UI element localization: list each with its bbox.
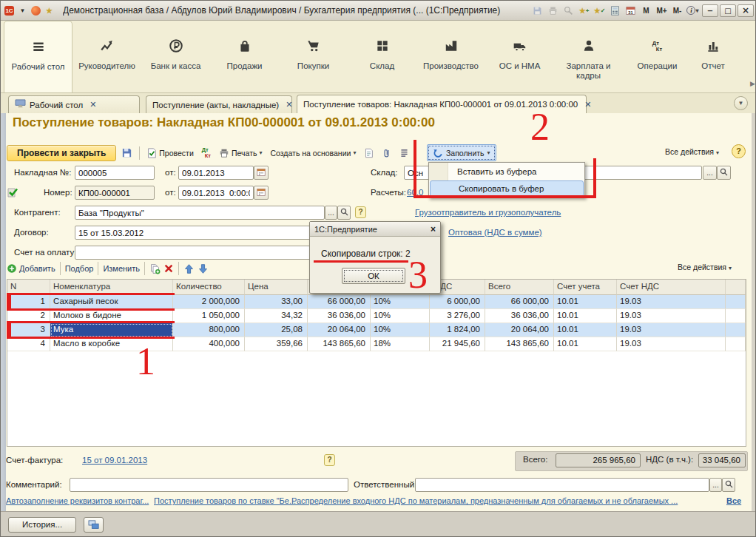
calc-m-minus-button[interactable]: M- — [670, 4, 684, 17]
cell-vat[interactable]: 21 945,60 — [430, 337, 485, 351]
post-button[interactable]: Провести — [144, 146, 196, 160]
cell-nomenclature[interactable]: Сахарный песок — [50, 295, 173, 309]
invoice-received-link[interactable]: 15 от 09.01.2013 — [82, 456, 147, 465]
ribbon-section-reports[interactable]: Отчет — [692, 21, 735, 92]
tab-receipt-document[interactable]: Поступление товаров: Накладная КП00-0000… — [297, 95, 587, 113]
cell-account[interactable]: 10.01 — [554, 295, 617, 309]
cell-sum[interactable]: 143 865,60 — [308, 337, 371, 351]
warehouse-select-button[interactable]: ... — [703, 166, 717, 180]
move-up-button[interactable] — [183, 263, 195, 274]
calendar-picker-button[interactable] — [254, 186, 269, 200]
footer-link-all[interactable]: Все — [726, 496, 741, 505]
cell-n[interactable]: 4 — [7, 337, 50, 351]
performance-indicator-button[interactable] — [84, 517, 104, 533]
comment-input[interactable] — [70, 478, 348, 492]
move-down-button[interactable] — [198, 263, 209, 274]
cell-account[interactable]: 10.01 — [554, 337, 617, 351]
menu-item-copy-to-clipboard[interactable]: Скопировать в буфер — [430, 180, 584, 197]
favorites-star-icon[interactable]: ★ — [42, 4, 56, 17]
maximize-button[interactable]: □ — [720, 4, 736, 17]
close-button[interactable]: × — [738, 4, 754, 17]
cell-total[interactable]: 36 036,00 — [485, 309, 554, 323]
cell-total[interactable]: 20 064,00 — [485, 323, 554, 337]
invoice-date-input[interactable] — [178, 166, 254, 180]
cell-quantity[interactable]: 800,000 — [173, 323, 245, 337]
cell-n[interactable]: 1 — [7, 295, 50, 309]
add-row-button[interactable]: Добавить — [7, 263, 55, 274]
price-type-link[interactable]: Оптовая (НДС в сумме) — [448, 228, 542, 237]
table-row[interactable]: 2 Молоко в бидоне 1 050,000 34,32 36 036… — [7, 309, 746, 323]
col-header-quantity[interactable]: Количество — [173, 280, 245, 295]
cell-price[interactable]: 34,32 — [245, 309, 308, 323]
cell-quantity[interactable]: 1 050,000 — [173, 309, 245, 323]
cell-vat[interactable]: 6 000,00 — [430, 295, 485, 309]
counterparty-select-button[interactable]: ... — [325, 206, 337, 220]
counterparty-help-icon[interactable]: ? — [355, 206, 366, 218]
print-button[interactable]: Печать▾ — [216, 146, 265, 160]
cell-vat-account[interactable]: 19.03 — [617, 295, 726, 309]
cell-vat-rate[interactable]: 10% — [371, 309, 430, 323]
dialog-close-icon[interactable]: × — [431, 224, 436, 234]
footer-link-autofill[interactable]: Автозаполнение реквизитов контраг... — [6, 496, 149, 505]
tab-desktop[interactable]: Рабочий стол ✕ — [8, 95, 140, 113]
list-icon[interactable] — [396, 146, 412, 160]
footer-link-receipt-rate[interactable]: Поступление товаров по ставке "Бе... — [154, 496, 296, 505]
paperclip-icon[interactable] — [379, 146, 394, 160]
table-row-current[interactable]: 3 Мука 800,000 25,08 20 064,00 10% 1 824… — [7, 323, 746, 337]
cell-quantity[interactable]: 400,000 — [173, 337, 245, 351]
table-row[interactable]: 4 Масло в коробке 400,000 359,66 143 865… — [7, 337, 746, 351]
col-header-total[interactable]: Всего — [485, 280, 554, 295]
tab-close-icon[interactable]: ✕ — [584, 100, 591, 109]
menu-item-paste-from-clipboard[interactable]: Вставить из буфера — [429, 163, 584, 180]
ribbon-section-manager[interactable]: Руководителю — [72, 21, 141, 92]
calculator-icon[interactable] — [608, 4, 622, 17]
fill-button[interactable]: Заполнить▾ — [427, 144, 496, 161]
tab-receipts-list[interactable]: Поступление (акты, накладные) ✕ — [146, 95, 292, 113]
counterparty-input[interactable] — [75, 206, 325, 220]
cell-vat[interactable]: 3 276,00 — [430, 309, 485, 323]
cell-vat-account[interactable]: 19.03 — [617, 323, 726, 337]
pick-button[interactable]: Подбор — [65, 264, 94, 273]
ribbon-section-purchases[interactable]: Покупки — [279, 21, 348, 92]
settlements-accounts-link[interactable]: 60.0 — [407, 188, 423, 197]
tab-list-dropdown-icon[interactable]: ▼ — [734, 96, 748, 110]
table-row[interactable]: 1 Сахарный песок 2 000,000 33,00 66 000,… — [7, 295, 746, 309]
history-button[interactable]: История... — [8, 517, 76, 533]
cell-nomenclature[interactable]: Масло в коробке — [50, 337, 173, 351]
all-actions-button[interactable]: Все действия ▾ — [665, 147, 719, 156]
dialog-title-bar[interactable]: 1С:Предприятие × — [310, 222, 440, 237]
ribbon-section-payroll[interactable]: Зарплата и кадры — [554, 21, 623, 92]
ribbon-section-operations[interactable]: ДтКт Операции — [623, 21, 692, 92]
calendar-icon[interactable]: 31 — [624, 4, 638, 17]
col-header-price[interactable]: Цена — [245, 280, 308, 295]
cell-nomenclature-current[interactable]: Мука — [50, 323, 173, 337]
cell-sum[interactable]: 36 036,00 — [308, 309, 371, 323]
cell-total[interactable]: 66 000,00 — [485, 295, 554, 309]
cell-vat-rate[interactable]: 18% — [371, 337, 430, 351]
dt-kt-button[interactable]: ДтКт — [199, 146, 214, 161]
responsible-input[interactable] — [415, 478, 709, 492]
copy-row-button[interactable] — [149, 263, 161, 274]
document-datetime-input[interactable] — [178, 186, 254, 200]
cell-vat[interactable]: 1 824,00 — [430, 323, 485, 337]
ribbon-section-production[interactable]: Производство — [416, 21, 485, 92]
help-button[interactable]: ? — [732, 144, 746, 158]
create-from-button[interactable]: Создать на основании▾ — [267, 147, 359, 159]
invoice-number-input[interactable] — [75, 166, 155, 180]
warehouse-search-button[interactable] — [717, 166, 731, 180]
col-header-account[interactable]: Счет учета — [554, 280, 617, 295]
consignor-consignee-link[interactable]: Грузоотправитель и грузополучатель — [415, 208, 561, 217]
cell-n[interactable]: 2 — [7, 309, 50, 323]
tab-close-icon[interactable]: ✕ — [90, 100, 96, 109]
main-menu-arrow-icon[interactable]: ▼ — [16, 4, 30, 17]
responsible-search-button[interactable] — [722, 478, 735, 492]
cell-vat-account[interactable]: 19.03 — [617, 309, 726, 323]
calendar-picker-button[interactable] — [254, 166, 269, 180]
ribbon-scroll-right-icon[interactable]: ▶ — [750, 80, 755, 87]
grid-all-actions-button[interactable]: Все действия ▾ — [678, 263, 732, 271]
cell-total[interactable]: 143 865,60 — [485, 337, 554, 351]
cell-sum[interactable]: 66 000,00 — [308, 295, 371, 309]
col-header-nomenclature[interactable]: Номенклатура — [50, 280, 173, 295]
cell-quantity[interactable]: 2 000,000 — [173, 295, 245, 309]
cell-vat-rate[interactable]: 10% — [371, 295, 430, 309]
